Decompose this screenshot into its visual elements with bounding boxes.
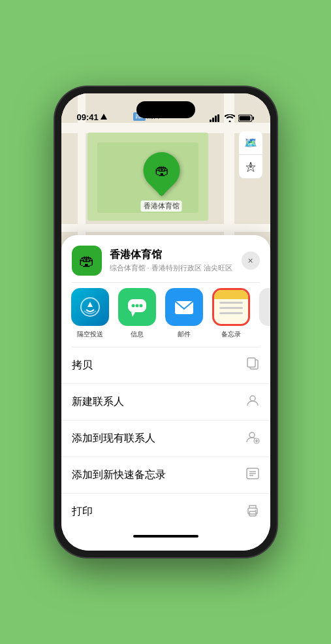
airdrop-icon (71, 288, 109, 326)
svg-point-29 (255, 510, 256, 511)
bottom-sheet: 🏟 香港体育馆 综合体育馆 · 香港特别行政区 油尖旺区 × (61, 235, 270, 551)
battery-icon (238, 114, 255, 122)
notes-line-2 (219, 307, 243, 309)
more-icon-bg (259, 288, 270, 326)
svg-point-14 (139, 304, 142, 308)
copy-icon (245, 357, 260, 374)
mail-icon-bg (165, 288, 203, 326)
action-print-label: 打印 (72, 505, 93, 519)
status-icons (210, 114, 255, 122)
pin-circle: 🏟 (135, 144, 187, 196)
mail-svg (173, 296, 195, 318)
action-copy[interactable]: 拷贝 (61, 347, 270, 383)
signal-icon (210, 114, 221, 122)
pin-icon: 🏟 (149, 158, 174, 183)
svg-point-12 (131, 304, 134, 308)
airdrop-svg (80, 297, 101, 317)
messages-svg (126, 296, 148, 318)
svg-point-7 (249, 165, 252, 168)
notes-top-stripe (214, 290, 248, 299)
svg-rect-17 (247, 358, 255, 367)
action-add-to-contact[interactable]: 添加到现有联系人 (61, 420, 270, 457)
compass-icon (245, 161, 256, 172)
svg-rect-0 (210, 120, 212, 122)
status-time: 09:41 (77, 112, 99, 122)
map-controls: 🗺️ (239, 131, 262, 178)
phone-frame: 09:41 (55, 87, 277, 557)
action-quick-note-label: 添加到新快速备忘录 (72, 468, 166, 482)
action-new-contact[interactable]: 新建联系人 (61, 383, 270, 420)
svg-rect-5 (253, 117, 254, 120)
messages-label: 信息 (131, 330, 144, 339)
action-add-quick-note[interactable]: 添加到新快速备忘录 (61, 457, 270, 493)
add-contact-icon (245, 430, 260, 447)
close-button[interactable]: × (242, 251, 260, 270)
svg-rect-2 (215, 116, 217, 122)
svg-rect-3 (217, 114, 219, 122)
venue-name: 香港体育馆 (110, 248, 234, 262)
svg-rect-6 (239, 116, 250, 121)
close-icon: × (247, 255, 253, 266)
airdrop-label: 隔空投送 (77, 330, 103, 339)
quick-note-icon (245, 466, 260, 484)
quick-note-svg (245, 466, 260, 481)
share-item-messages[interactable]: 信息 (116, 288, 158, 339)
new-contact-icon (245, 393, 260, 411)
messages-icon-bg (118, 288, 156, 326)
share-item-notes[interactable]: 备忘录 (210, 288, 252, 339)
dynamic-island (136, 101, 195, 118)
copy-svg (245, 357, 260, 371)
home-indicator (133, 535, 198, 538)
notes-icon-bg (212, 288, 250, 326)
share-item-airdrop[interactable]: 隔空投送 (69, 288, 111, 339)
share-item-mail[interactable]: 邮件 (163, 288, 205, 339)
share-item-more[interactable]: 推 (257, 288, 270, 339)
wifi-icon (225, 114, 235, 122)
print-icon (245, 503, 260, 521)
add-contact-svg (245, 430, 260, 444)
share-row: 隔空投送 信息 (61, 283, 270, 347)
svg-point-18 (250, 396, 255, 401)
mail-label: 邮件 (178, 330, 191, 339)
venue-subtitle: 综合体育馆 · 香港特别行政区 油尖旺区 (110, 263, 234, 273)
map-type-button[interactable]: 🗺️ (239, 131, 262, 155)
contact-svg (245, 393, 260, 408)
svg-rect-1 (212, 118, 214, 122)
map-pin: 🏟 香港体育馆 (141, 152, 182, 212)
action-print[interactable]: 打印 (61, 493, 270, 530)
notes-lines (219, 302, 243, 314)
action-copy-label: 拷贝 (72, 359, 93, 372)
notes-line-1 (219, 302, 243, 304)
svg-point-19 (249, 432, 255, 438)
location-indicator-icon (101, 114, 107, 121)
sheet-header: 🏟 香港体育馆 综合体育馆 · 香港特别行政区 油尖旺区 × (61, 235, 270, 282)
venue-info: 香港体育馆 综合体育馆 · 香港特别行政区 油尖旺区 (110, 248, 234, 273)
more-container (259, 288, 270, 326)
notes-label: 备忘录 (221, 330, 241, 339)
notes-line-3 (219, 312, 243, 314)
venue-icon: 🏟 (72, 246, 102, 276)
action-new-contact-label: 新建联系人 (72, 395, 124, 409)
pin-label: 香港体育馆 (141, 201, 182, 212)
action-add-contact-label: 添加到现有联系人 (72, 432, 155, 445)
print-svg (245, 503, 260, 517)
svg-point-13 (135, 304, 138, 308)
svg-marker-11 (131, 312, 135, 317)
phone-screen: 09:41 (61, 93, 270, 551)
location-button[interactable] (239, 155, 262, 178)
